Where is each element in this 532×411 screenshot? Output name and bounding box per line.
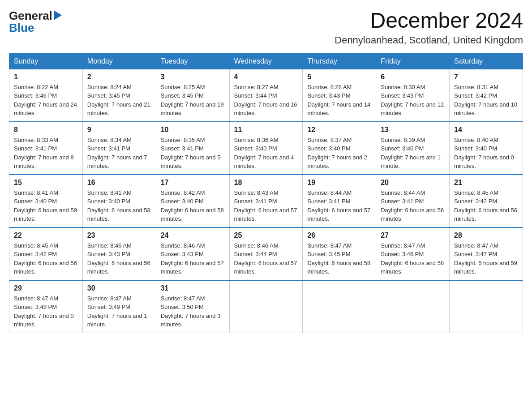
column-header-sunday: Sunday [9, 53, 83, 69]
calendar-header-row: SundayMondayTuesdayWednesdayThursdayFrid… [9, 53, 523, 69]
day-number: 13 [381, 126, 445, 134]
day-number: 7 [454, 73, 518, 81]
day-info: Sunrise: 8:33 AMSunset: 3:41 PMDaylight:… [14, 137, 74, 170]
day-info: Sunrise: 8:31 AMSunset: 3:42 PMDaylight:… [454, 84, 517, 117]
calendar-week-row: 8 Sunrise: 8:33 AMSunset: 3:41 PMDayligh… [9, 122, 523, 175]
day-number: 5 [307, 73, 371, 81]
column-header-wednesday: Wednesday [229, 53, 303, 69]
day-number: 28 [454, 231, 518, 240]
calendar-title-area: December 2024 Dennyloanhead, Scotland, U… [335, 9, 523, 46]
day-info: Sunrise: 8:42 AMSunset: 3:40 PMDaylight:… [161, 189, 224, 223]
day-number: 24 [161, 231, 225, 240]
day-number: 9 [87, 126, 151, 134]
day-number: 12 [307, 126, 371, 134]
calendar-cell: 14 Sunrise: 8:40 AMSunset: 3:40 PMDaylig… [450, 122, 523, 175]
page-header: General Blue December 2024 Dennyloanhead… [9, 9, 523, 46]
day-number: 6 [381, 73, 445, 81]
calendar-cell: 26 Sunrise: 8:47 AMSunset: 3:45 PMDaylig… [303, 227, 376, 280]
calendar-cell: 10 Sunrise: 8:35 AMSunset: 3:41 PMDaylig… [156, 122, 229, 175]
calendar-cell: 27 Sunrise: 8:47 AMSunset: 3:46 PMDaylig… [376, 227, 450, 280]
day-number: 1 [14, 73, 78, 81]
calendar-week-row: 15 Sunrise: 8:41 AMSunset: 3:40 PMDaylig… [9, 175, 523, 227]
calendar-subtitle: Dennyloanhead, Scotland, United Kingdom [335, 34, 523, 46]
day-number: 18 [234, 179, 298, 187]
calendar-cell: 23 Sunrise: 8:46 AMSunset: 3:43 PMDaylig… [82, 227, 156, 280]
calendar-cell: 7 Sunrise: 8:31 AMSunset: 3:42 PMDayligh… [450, 69, 523, 122]
day-info: Sunrise: 8:45 AMSunset: 3:42 PMDaylight:… [454, 189, 517, 223]
day-number: 29 [14, 284, 78, 292]
calendar-cell [376, 280, 450, 333]
day-info: Sunrise: 8:44 AMSunset: 3:41 PMDaylight:… [307, 189, 370, 223]
calendar-cell: 28 Sunrise: 8:47 AMSunset: 3:47 PMDaylig… [450, 227, 523, 280]
day-info: Sunrise: 8:47 AMSunset: 3:46 PMDaylight:… [381, 242, 444, 275]
calendar-cell [450, 280, 523, 333]
calendar-cell: 11 Sunrise: 8:36 AMSunset: 3:40 PMDaylig… [229, 122, 303, 175]
day-info: Sunrise: 8:39 AMSunset: 3:40 PMDaylight:… [381, 137, 441, 170]
day-info: Sunrise: 8:24 AMSunset: 3:45 PMDaylight:… [87, 84, 150, 117]
day-info: Sunrise: 8:47 AMSunset: 3:49 PMDaylight:… [87, 295, 147, 328]
day-info: Sunrise: 8:46 AMSunset: 3:43 PMDaylight:… [87, 242, 150, 275]
calendar-cell: 1 Sunrise: 8:22 AMSunset: 3:46 PMDayligh… [9, 69, 83, 122]
day-number: 31 [161, 284, 225, 292]
day-info: Sunrise: 8:46 AMSunset: 3:44 PMDaylight:… [234, 242, 297, 275]
calendar-main-title: December 2024 [335, 9, 523, 33]
calendar-cell [303, 280, 376, 333]
day-number: 8 [14, 126, 78, 134]
calendar-cell: 20 Sunrise: 8:44 AMSunset: 3:41 PMDaylig… [376, 175, 450, 227]
calendar-table: SundayMondayTuesdayWednesdayThursdayFrid… [9, 53, 523, 333]
calendar-cell: 16 Sunrise: 8:41 AMSunset: 3:40 PMDaylig… [82, 175, 156, 227]
calendar-cell: 8 Sunrise: 8:33 AMSunset: 3:41 PMDayligh… [9, 122, 83, 175]
calendar-cell: 5 Sunrise: 8:28 AMSunset: 3:43 PMDayligh… [303, 69, 376, 122]
day-info: Sunrise: 8:47 AMSunset: 3:48 PMDaylight:… [14, 295, 74, 328]
column-header-friday: Friday [376, 53, 450, 69]
day-number: 27 [381, 231, 445, 240]
day-number: 26 [307, 231, 371, 240]
day-number: 20 [381, 179, 445, 187]
logo-blue-text: Blue [9, 21, 34, 34]
day-info: Sunrise: 8:46 AMSunset: 3:43 PMDaylight:… [161, 242, 224, 275]
day-number: 3 [161, 73, 225, 81]
day-info: Sunrise: 8:44 AMSunset: 3:41 PMDaylight:… [381, 189, 444, 223]
day-number: 25 [234, 231, 298, 240]
logo: General Blue [9, 9, 62, 35]
day-number: 19 [307, 179, 371, 187]
calendar-week-row: 22 Sunrise: 8:45 AMSunset: 3:42 PMDaylig… [9, 227, 523, 280]
calendar-cell: 3 Sunrise: 8:25 AMSunset: 3:45 PMDayligh… [156, 69, 229, 122]
day-number: 2 [87, 73, 151, 81]
calendar-cell: 30 Sunrise: 8:47 AMSunset: 3:49 PMDaylig… [82, 280, 156, 333]
calendar-cell: 4 Sunrise: 8:27 AMSunset: 3:44 PMDayligh… [229, 69, 303, 122]
day-info: Sunrise: 8:40 AMSunset: 3:40 PMDaylight:… [454, 137, 514, 170]
calendar-cell: 13 Sunrise: 8:39 AMSunset: 3:40 PMDaylig… [376, 122, 450, 175]
day-number: 16 [87, 179, 151, 187]
day-number: 10 [161, 126, 225, 134]
day-number: 22 [14, 231, 78, 240]
calendar-cell: 15 Sunrise: 8:41 AMSunset: 3:40 PMDaylig… [9, 175, 83, 227]
logo-triangle-icon [54, 10, 62, 22]
day-info: Sunrise: 8:30 AMSunset: 3:43 PMDaylight:… [381, 84, 444, 117]
calendar-cell: 9 Sunrise: 8:34 AMSunset: 3:41 PMDayligh… [82, 122, 156, 175]
day-number: 17 [161, 179, 225, 187]
day-info: Sunrise: 8:47 AMSunset: 3:47 PMDaylight:… [454, 242, 517, 275]
day-number: 14 [454, 126, 518, 134]
day-info: Sunrise: 8:45 AMSunset: 3:42 PMDaylight:… [14, 242, 77, 275]
calendar-cell: 2 Sunrise: 8:24 AMSunset: 3:45 PMDayligh… [82, 69, 156, 122]
day-info: Sunrise: 8:41 AMSunset: 3:40 PMDaylight:… [14, 189, 77, 223]
day-info: Sunrise: 8:25 AMSunset: 3:45 PMDaylight:… [161, 84, 224, 117]
column-header-tuesday: Tuesday [156, 53, 229, 69]
day-info: Sunrise: 8:47 AMSunset: 3:50 PMDaylight:… [161, 295, 221, 328]
day-info: Sunrise: 8:35 AMSunset: 3:41 PMDaylight:… [161, 137, 221, 170]
calendar-cell: 17 Sunrise: 8:42 AMSunset: 3:40 PMDaylig… [156, 175, 229, 227]
calendar-cell: 6 Sunrise: 8:30 AMSunset: 3:43 PMDayligh… [376, 69, 450, 122]
calendar-cell: 29 Sunrise: 8:47 AMSunset: 3:48 PMDaylig… [9, 280, 83, 333]
calendar-cell: 18 Sunrise: 8:43 AMSunset: 3:41 PMDaylig… [229, 175, 303, 227]
day-info: Sunrise: 8:43 AMSunset: 3:41 PMDaylight:… [234, 189, 297, 223]
day-info: Sunrise: 8:22 AMSunset: 3:46 PMDaylight:… [14, 84, 77, 117]
day-number: 15 [14, 179, 78, 187]
calendar-cell: 25 Sunrise: 8:46 AMSunset: 3:44 PMDaylig… [229, 227, 303, 280]
day-info: Sunrise: 8:27 AMSunset: 3:44 PMDaylight:… [234, 84, 297, 117]
calendar-cell: 19 Sunrise: 8:44 AMSunset: 3:41 PMDaylig… [303, 175, 376, 227]
calendar-cell [229, 280, 303, 333]
calendar-cell: 21 Sunrise: 8:45 AMSunset: 3:42 PMDaylig… [450, 175, 523, 227]
calendar-cell: 22 Sunrise: 8:45 AMSunset: 3:42 PMDaylig… [9, 227, 83, 280]
day-number: 21 [454, 179, 518, 187]
